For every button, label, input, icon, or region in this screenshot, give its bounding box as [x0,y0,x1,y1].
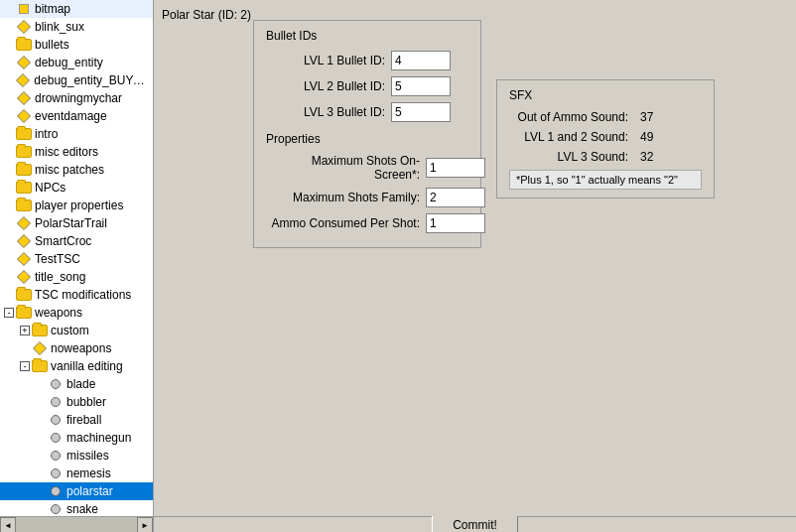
circle-icon [48,376,64,392]
diamond-icon [16,55,32,70]
scroll-track [16,517,137,532]
sfx-field-row-2: LVL 3 Sound:32 [509,150,702,164]
diamond-icon [16,90,32,106]
sidebar-label-missiles: missiles [66,449,109,463]
folder-icon [16,180,32,196]
prop-field-input-0[interactable] [426,158,485,178]
tree-toggle-vanilla_editing[interactable]: - [20,361,30,371]
circle-icon [48,501,64,516]
sidebar-item-nemesis[interactable]: nemesis [0,465,153,482]
sidebar-item-intro[interactable]: intro [0,125,153,143]
main-panel: Polar Star (ID: 2) Bullet IDs LVL 1 Bull… [154,0,796,516]
sidebar-item-bullets[interactable]: bullets [0,36,153,54]
sidebar: bitmapblink_suxbulletsdebug_entitydebug_… [0,0,154,516]
sidebar-item-drowningmychar[interactable]: drowningmychar [0,89,153,107]
bullet-field-input-1[interactable] [391,76,451,96]
sfx-title: SFX [509,88,702,102]
sidebar-item-title_song[interactable]: title_song [0,268,153,286]
sidebar-item-bubbler[interactable]: bubbler [0,393,153,411]
sidebar-label-bullets: bullets [35,38,69,52]
sidebar-item-misc_editors[interactable]: misc editors [0,143,153,161]
sidebar-item-fireball[interactable]: fireball [0,411,153,429]
sidebar-item-noweapons[interactable]: noweapons [0,339,153,357]
prop-field-row-2: Ammo Consumed Per Shot: [266,213,468,233]
sfx-field-value-1: 49 [640,130,653,144]
diamond-icon [16,108,32,124]
sidebar-item-debug_entity_BUYvers[interactable]: debug_entity_BUYvers [0,71,153,89]
sidebar-item-SmartCroc[interactable]: SmartCroc [0,232,153,250]
circle-icon [48,448,64,464]
sidebar-item-TestTSC[interactable]: TestTSC [0,250,153,268]
prop-field-input-2[interactable] [426,213,485,233]
sfx-box: SFX Out of Ammo Sound:37LVL 1 and 2 Soun… [496,79,715,199]
prop-field-label-2: Ammo Consumed Per Shot: [266,216,420,230]
folder-icon [16,162,32,178]
diamond-icon [16,215,32,231]
diamond-icon [16,233,32,249]
prop-field-input-1[interactable] [426,188,485,207]
diamond-icon [16,269,32,285]
scroll-right-btn[interactable]: ► [137,517,153,532]
sidebar-item-debug_entity[interactable]: debug_entity [0,54,153,71]
sidebar-label-NPCs: NPCs [35,181,66,195]
bullet-field-label-1: LVL 2 Bullet ID: [266,79,385,93]
circle-icon [48,412,64,428]
diamond-icon [16,19,32,35]
tree-toggle-custom[interactable]: + [20,326,30,335]
bullet-field-input-2[interactable] [391,102,451,122]
sidebar-item-eventdamage[interactable]: eventdamage [0,107,153,125]
sidebar-label-drowningmychar: drowningmychar [35,91,122,105]
sidebar-label-noweapons: noweapons [51,341,111,355]
commit-button[interactable]: Commit! [432,514,518,533]
circle-icon [48,483,64,499]
bullet-field-row-1: LVL 2 Bullet ID: [266,76,468,96]
folder-icon [16,126,32,142]
sidebar-label-blade: blade [66,377,95,391]
sidebar-item-machinegun[interactable]: machinegun [0,429,153,447]
sidebar-label-TSC_modifications: TSC modifications [35,288,131,302]
sidebar-label-misc_patches: misc patches [35,163,104,177]
sidebar-label-fireball: fireball [66,413,101,427]
file-icon [16,1,32,17]
content-area: bitmapblink_suxbulletsdebug_entitydebug_… [0,0,796,516]
sidebar-item-snake[interactable]: snake [0,500,153,516]
sidebar-label-nemesis: nemesis [66,466,111,480]
sidebar-item-TSC_modifications[interactable]: TSC modifications [0,286,153,304]
sidebar-label-SmartCroc: SmartCroc [35,234,91,248]
folder-icon [32,358,48,374]
properties-title: Properties [266,132,468,146]
main-container: bitmapblink_suxbulletsdebug_entitydebug_… [0,0,796,532]
circle-icon [48,430,64,446]
sidebar-item-bitmap[interactable]: bitmap [0,0,153,18]
sidebar-label-custom: custom [51,324,89,337]
sidebar-label-snake: snake [66,502,98,516]
bullet-field-label-2: LVL 3 Bullet ID: [266,105,385,119]
scroll-left-btn[interactable]: ◄ [0,517,16,532]
tree-toggle-weapons[interactable]: - [4,308,14,318]
bullet-field-row-2: LVL 3 Bullet ID: [266,102,468,122]
folder-icon [16,305,32,321]
sidebar-item-weapons[interactable]: -weapons [0,304,153,322]
sfx-field-row-1: LVL 1 and 2 Sound:49 [509,130,702,144]
sidebar-item-player_properties[interactable]: player properties [0,197,153,214]
sidebar-label-eventdamage: eventdamage [35,109,107,123]
sfx-field-label-1: LVL 1 and 2 Sound: [509,130,628,144]
bullet-ids-title: Bullet IDs [266,29,468,43]
folder-icon [32,323,48,338]
sidebar-item-polarstar[interactable]: polarstar [0,482,153,500]
sidebar-item-blade[interactable]: blade [0,375,153,393]
sidebar-label-vanilla_editing: vanilla editing [51,359,123,373]
folder-icon [16,144,32,160]
sidebar-item-PolarStarTrail[interactable]: PolarStarTrail [0,214,153,232]
sidebar-item-misc_patches[interactable]: misc patches [0,161,153,179]
sidebar-item-NPCs[interactable]: NPCs [0,179,153,197]
bullet-field-input-0[interactable] [391,51,451,70]
sidebar-item-missiles[interactable]: missiles [0,447,153,465]
diamond-icon [15,72,31,88]
sidebar-item-blink_sux[interactable]: blink_sux [0,18,153,36]
sidebar-item-vanilla_editing[interactable]: -vanilla editing [0,357,153,375]
sidebar-item-custom[interactable]: +custom [0,322,153,339]
folder-icon [16,37,32,53]
folder-icon [16,287,32,303]
sfx-field-label-0: Out of Ammo Sound: [509,110,628,124]
